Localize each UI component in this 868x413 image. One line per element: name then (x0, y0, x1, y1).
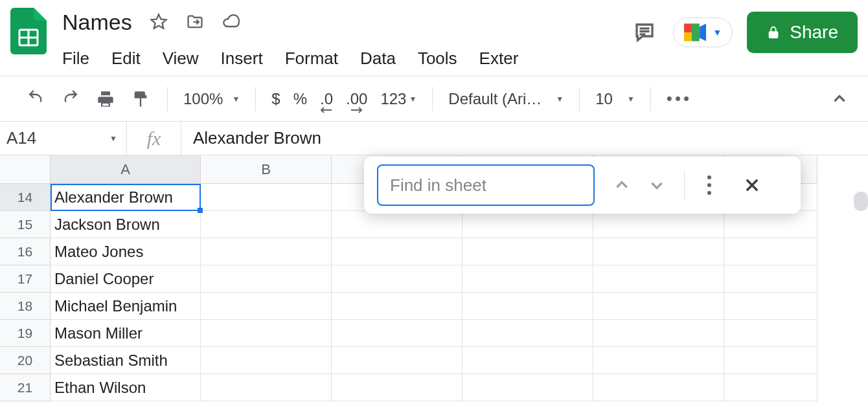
cell-a14[interactable]: Alexander Brown (51, 184, 201, 211)
zoom-select[interactable]: 100% ▼ (172, 86, 251, 112)
name-box[interactable]: A14 ▼ (0, 122, 127, 155)
share-button[interactable]: Share (747, 12, 858, 53)
select-all-corner[interactable] (0, 155, 51, 184)
row-header[interactable]: 15 (0, 211, 51, 238)
font-select[interactable]: Default (Ari… ▼ (437, 86, 575, 112)
find-prev-icon[interactable] (606, 170, 637, 201)
menu-edit[interactable]: Edit (111, 49, 141, 69)
cloud-status-icon[interactable] (222, 12, 241, 32)
decrease-decimal[interactable]: .0 (320, 90, 333, 108)
print-icon[interactable] (95, 88, 117, 110)
cell[interactable] (201, 347, 332, 374)
cell-a19[interactable]: Mason Miller (51, 320, 201, 347)
row-header[interactable]: 16 (0, 238, 51, 265)
cell[interactable] (593, 320, 724, 347)
row-15: 15 Jackson Brown (0, 211, 868, 238)
caret-down-icon: ▼ (232, 95, 240, 104)
row-header[interactable]: 19 (0, 320, 51, 347)
row-header[interactable]: 18 (0, 293, 51, 320)
paint-format-icon[interactable] (130, 88, 152, 110)
menu-data[interactable]: Data (360, 49, 396, 69)
cell-a15[interactable]: Jackson Brown (51, 211, 201, 238)
cell[interactable] (724, 265, 817, 293)
row-header[interactable]: 17 (0, 265, 51, 293)
cell[interactable] (463, 211, 593, 238)
col-header-b[interactable]: B (201, 155, 332, 184)
caret-down-icon: ▼ (627, 95, 635, 104)
cell[interactable] (463, 374, 593, 401)
cell[interactable] (332, 265, 463, 293)
cell[interactable] (201, 184, 332, 211)
cell[interactable] (593, 293, 724, 320)
cell[interactable] (724, 293, 817, 320)
cell[interactable] (332, 320, 463, 347)
cell[interactable] (332, 211, 463, 238)
find-input[interactable] (377, 164, 595, 206)
undo-icon[interactable] (25, 88, 47, 110)
col-header-a[interactable]: A (51, 155, 201, 184)
find-more-options-icon[interactable] (696, 172, 722, 198)
cell[interactable] (593, 211, 724, 238)
font-size-select[interactable]: 10 ▼ (584, 86, 646, 112)
cell[interactable] (463, 293, 593, 320)
cell[interactable] (332, 347, 463, 374)
row-header[interactable]: 14 (0, 184, 51, 211)
cell-a21[interactable]: Ethan Wilson (51, 374, 201, 401)
cell[interactable] (201, 238, 332, 265)
cell[interactable] (463, 238, 593, 265)
cell[interactable] (593, 238, 724, 265)
menu-file[interactable]: File (62, 49, 89, 69)
cell-a16[interactable]: Mateo Jones (51, 238, 201, 265)
cell[interactable] (332, 293, 463, 320)
cell[interactable] (724, 211, 817, 238)
cell-a18[interactable]: Michael Benjamin (51, 293, 201, 320)
cell[interactable] (201, 293, 332, 320)
cell[interactable] (201, 374, 332, 401)
cell[interactable] (463, 347, 593, 374)
cell[interactable] (332, 374, 463, 401)
cell[interactable] (724, 238, 817, 265)
caret-down-icon: ▼ (713, 27, 722, 38)
row-header[interactable]: 21 (0, 374, 51, 401)
cell[interactable] (201, 265, 332, 293)
name-box-value: A14 (6, 128, 36, 148)
menu-insert[interactable]: Insert (221, 49, 263, 69)
cell[interactable] (593, 347, 724, 374)
collapse-toolbar-icon[interactable] (828, 87, 851, 111)
redo-icon[interactable] (60, 88, 82, 110)
find-next-icon[interactable] (641, 170, 672, 201)
format-currency[interactable]: $ (271, 90, 280, 108)
menu-view[interactable]: View (163, 49, 199, 69)
close-icon[interactable] (738, 171, 766, 199)
formula-bar[interactable]: Alexander Brown (181, 122, 868, 155)
menu-format[interactable]: Format (285, 49, 338, 69)
app-header: Names File Edit View Insert Format Data … (0, 0, 868, 76)
row-19: 19 Mason Miller (0, 320, 868, 347)
row-header[interactable]: 20 (0, 347, 51, 374)
format-percent[interactable]: % (293, 90, 307, 108)
vertical-scrollbar[interactable] (854, 192, 868, 211)
cell[interactable] (201, 211, 332, 238)
more-formats[interactable]: 123▼ (380, 90, 417, 108)
increase-decimal[interactable]: .00 (346, 90, 367, 108)
menu-tools[interactable]: Tools (418, 49, 457, 69)
star-icon[interactable] (149, 12, 168, 32)
menu-extensions[interactable]: Exter (479, 49, 519, 69)
cell[interactable] (724, 320, 817, 347)
toolbar: 100% ▼ $ % .0 .00 123▼ Default (Ari… ▼ 1… (0, 76, 868, 122)
cell[interactable] (724, 374, 817, 401)
comment-history-icon[interactable] (630, 18, 659, 47)
cell[interactable] (332, 238, 463, 265)
toolbar-more-icon[interactable]: ••• (667, 89, 692, 109)
cell-a20[interactable]: Sebastian Smith (51, 347, 201, 374)
cell[interactable] (593, 374, 724, 401)
cell[interactable] (201, 320, 332, 347)
cell-a17[interactable]: Daniel Cooper (51, 265, 201, 293)
document-title[interactable]: Names (62, 10, 132, 35)
cell[interactable] (593, 265, 724, 293)
cell[interactable] (724, 347, 817, 374)
move-icon[interactable] (185, 12, 205, 32)
cell[interactable] (463, 265, 593, 293)
cell[interactable] (463, 320, 593, 347)
meet-button[interactable]: ▼ (673, 17, 733, 47)
